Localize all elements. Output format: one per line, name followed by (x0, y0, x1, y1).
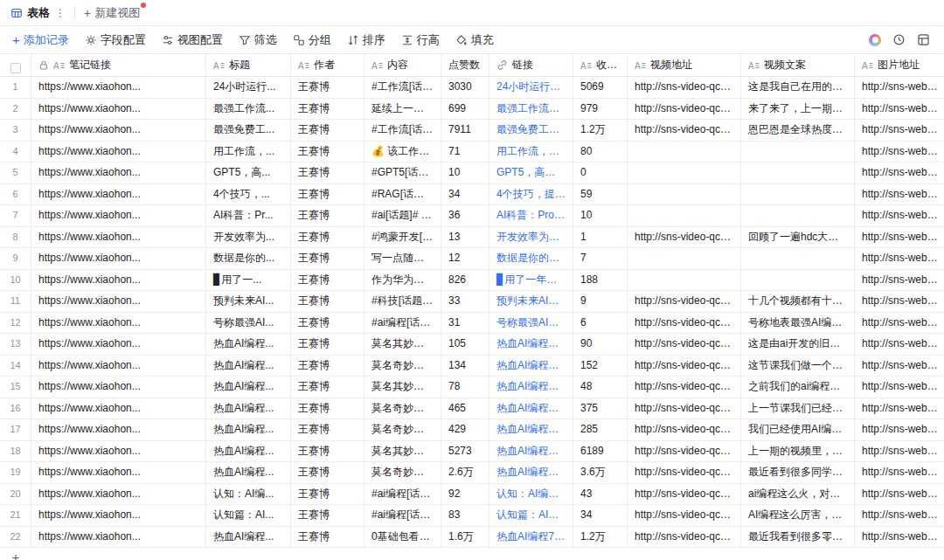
cell-img[interactable]: http://sns-webpic-qc.x... (855, 120, 944, 141)
cell-video[interactable]: http://sns-video-qc.xhs... (628, 120, 741, 141)
cell-video[interactable]: http://sns-video-qc.xhs... (628, 77, 741, 98)
cell-img[interactable]: http://sns-webpic-qc.x... (855, 377, 944, 398)
row-number[interactable]: 4 (0, 142, 31, 162)
cell-link[interactable]: 热血AI编程：连接数据库2 (489, 398, 573, 419)
cell-title[interactable]: 热血AI编程... (206, 356, 291, 377)
cell-author[interactable]: 王赛博 (291, 441, 364, 462)
cell-note[interactable]: https://www.xiaohon... (31, 120, 206, 141)
cell-fav[interactable]: 90 (573, 334, 628, 355)
cell-note[interactable]: https://www.xiaohon... (31, 527, 206, 548)
cell-note[interactable]: https://www.xiaohon... (31, 142, 206, 162)
cell-title[interactable]: 数据是你的... (206, 248, 291, 269)
cell-likes[interactable]: 5273 (441, 441, 489, 462)
cell-note[interactable]: https://www.xiaohon... (31, 334, 206, 355)
cell-author[interactable]: 王赛博 (291, 334, 364, 355)
cell-content[interactable]: #ai编程[话题]... (364, 505, 441, 526)
cell-link[interactable]: 热血AI编程：开发微信... (489, 462, 573, 483)
cell-img[interactable]: http://sns-webpic-qc.x... (855, 270, 944, 291)
cell-video[interactable] (628, 184, 741, 205)
cell-author[interactable]: 王赛博 (291, 227, 364, 248)
row-number[interactable]: 2 (0, 99, 31, 120)
cell-likes[interactable]: 429 (441, 419, 489, 440)
cell-img[interactable]: http://sns-webpic-qc.x... (855, 356, 944, 377)
column-header-likes[interactable]: 点赞数 (441, 54, 489, 76)
cell-img[interactable]: http://sns-webpic-qc.x... (855, 248, 944, 269)
cell-link[interactable]: 24小时运行的N8N工作... (489, 77, 573, 98)
cell-title[interactable]: 4个技巧，... (206, 184, 291, 205)
view-config-button[interactable]: 视图配置 (162, 32, 223, 48)
cell-link[interactable]: 热血AI编程7：实现注册... (489, 527, 573, 548)
cell-note[interactable]: https://www.xiaohon... (31, 248, 206, 269)
cell-img[interactable]: http://sns-webpic-qc.x... (855, 505, 944, 526)
cell-copy[interactable] (741, 248, 855, 269)
cell-likes[interactable]: 34 (441, 184, 489, 205)
cell-note[interactable]: https://www.xiaohon... (31, 205, 206, 226)
cell-video[interactable]: http://sns-video-qc.xhs... (628, 419, 741, 440)
column-header-copy[interactable]: A视频文案 (741, 54, 855, 76)
cell-likes[interactable]: 134 (441, 356, 489, 377)
cell-author[interactable]: 王赛博 (291, 270, 364, 291)
cell-copy[interactable]: 恩巴恩是全球热度最高... (741, 120, 855, 141)
cell-fav[interactable]: 10 (573, 205, 628, 226)
cell-likes[interactable]: 1.6万 (441, 527, 489, 548)
cell-note[interactable]: https://www.xiaohon... (31, 99, 206, 120)
cell-author[interactable]: 王赛博 (291, 356, 364, 377)
cell-title[interactable]: 24小时运行... (206, 77, 291, 98)
cell-video[interactable]: http://sns-video-qc.xhs... (628, 313, 741, 334)
row-number[interactable]: 16 (0, 398, 31, 419)
cell-content[interactable]: #科技[话题]#... (364, 291, 441, 312)
cell-title[interactable]: 预判未来AI... (206, 291, 291, 312)
column-header-author[interactable]: A作者 (291, 54, 364, 76)
column-header-content[interactable]: A内容 (364, 54, 441, 76)
row-number[interactable]: 20 (0, 484, 31, 505)
cell-likes[interactable]: 33 (441, 291, 489, 312)
cell-title[interactable]: 热血AI编程... (206, 398, 291, 419)
row-number[interactable]: 14 (0, 356, 31, 377)
cell-img[interactable]: http://sns-webpic-qc.x... (855, 462, 944, 483)
cell-video[interactable] (628, 270, 741, 291)
row-number[interactable]: 22 (0, 527, 31, 548)
cell-video[interactable] (628, 248, 741, 269)
cell-copy[interactable] (741, 270, 855, 291)
cell-link[interactable]: 最强免费工作流N8N，... (489, 120, 573, 141)
mini-table-icon[interactable] (917, 33, 930, 46)
column-header-fav[interactable]: A收藏数 (573, 54, 628, 76)
cell-content[interactable]: 莫名其妙燃起... (364, 441, 441, 462)
cell-copy[interactable]: 这是由ai开发的旧照片修... (741, 334, 855, 355)
column-header-video[interactable]: A视频地址 (628, 54, 741, 76)
cell-img[interactable]: http://sns-webpic-qc.x... (855, 184, 944, 205)
cell-content[interactable]: #ai[话题]# #... (364, 205, 441, 226)
cell-content[interactable]: 作为华为多年... (364, 270, 441, 291)
cell-video[interactable]: http://sns-video-qc.xhs... (628, 505, 741, 526)
cell-title[interactable]: ▊用了一... (206, 270, 291, 291)
cell-title[interactable]: 最强工作流... (206, 99, 291, 120)
row-number[interactable]: 8 (0, 227, 31, 248)
cell-likes[interactable]: 105 (441, 334, 489, 355)
cell-link[interactable]: 热血AI编程：网站原理... (489, 377, 573, 398)
cell-likes[interactable]: 71 (441, 142, 489, 162)
cell-copy[interactable] (741, 162, 855, 183)
cell-note[interactable]: https://www.xiaohon... (31, 462, 206, 483)
cell-content[interactable]: #工作流[话题]... (364, 77, 441, 98)
cell-author[interactable]: 王赛博 (291, 248, 364, 269)
cell-content[interactable]: #GPT5[话题]#... (364, 162, 441, 183)
select-all-checkbox[interactable] (10, 63, 21, 73)
cell-video[interactable]: http://sns-video-qc.xhs... (628, 441, 741, 462)
cell-author[interactable]: 王赛博 (291, 398, 364, 419)
cell-link[interactable]: 数据是你的护城河—AI时... (489, 248, 573, 269)
cell-author[interactable]: 王赛博 (291, 291, 364, 312)
cell-video[interactable]: http://sns-video-qc.xhs... (628, 462, 741, 483)
cell-copy[interactable]: 回顾了一遍hdc大会的完... (741, 227, 855, 248)
cell-fav[interactable]: 0 (573, 162, 628, 183)
view-more-icon[interactable]: ⋮ (55, 8, 66, 18)
cell-img[interactable]: http://sns-webpic-qc.x... (855, 205, 944, 226)
row-number[interactable]: 17 (0, 419, 31, 440)
cell-likes[interactable]: 699 (441, 99, 489, 120)
cell-author[interactable]: 王赛博 (291, 162, 364, 183)
cell-fav[interactable]: 1.2万 (573, 527, 628, 548)
cell-author[interactable]: 王赛博 (291, 419, 364, 440)
cell-fav[interactable]: 152 (573, 356, 628, 377)
cell-video[interactable]: http://sns-video-qc.xhs... (628, 356, 741, 377)
cell-fav[interactable]: 188 (573, 270, 628, 291)
cell-fav[interactable]: 7 (573, 248, 628, 269)
